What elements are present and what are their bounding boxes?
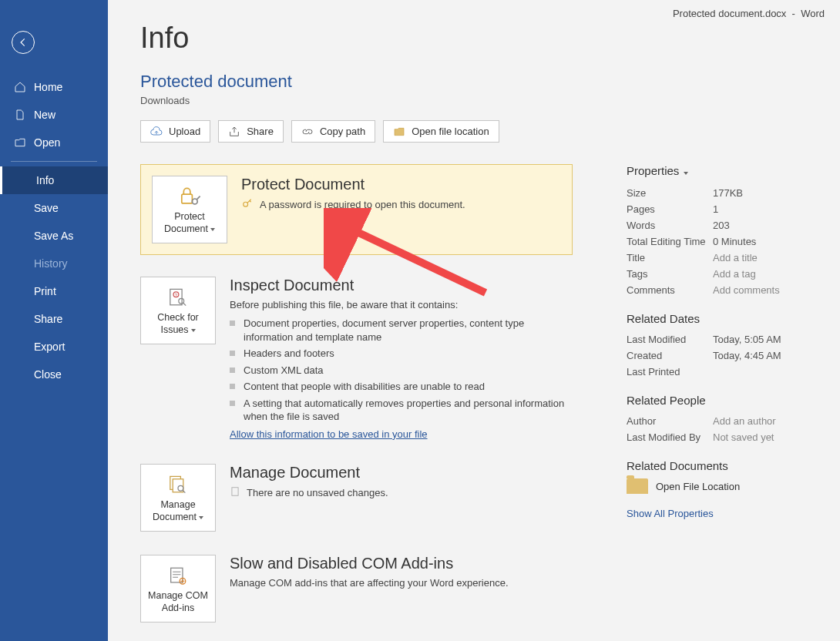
home-icon xyxy=(14,81,26,93)
manage-doc-icon xyxy=(165,473,191,495)
share-button[interactable]: Share xyxy=(218,120,284,143)
open-file-location-button[interactable]: Open file location xyxy=(383,120,499,143)
sidebar-item-label: Print xyxy=(34,285,56,297)
inspect-issues-list: Document properties, document server pro… xyxy=(230,317,573,424)
protect-document-button[interactable]: Protect Document xyxy=(152,176,227,243)
sidebar-item-saveas[interactable]: Save As xyxy=(0,222,108,250)
cloud-upload-icon xyxy=(150,126,163,137)
prop-key: Comments xyxy=(627,284,713,296)
folder-icon xyxy=(627,478,648,494)
upload-button[interactable]: Upload xyxy=(140,120,210,143)
document-path: Downloads xyxy=(140,95,808,106)
tile-label: Protect Document xyxy=(156,211,223,235)
prop-key: Title xyxy=(627,252,713,263)
prop-value: Not saved yet xyxy=(713,431,808,443)
button-label: Open file location xyxy=(412,126,489,137)
list-item: A setting that automatically removes pro… xyxy=(230,397,573,424)
prop-key: Total Editing Time xyxy=(627,236,713,247)
list-item: Content that people with disabilities ar… xyxy=(230,380,573,394)
properties-dropdown[interactable]: Properties xyxy=(627,164,808,177)
inspect-intro: Before publishing this file, be aware th… xyxy=(230,299,573,310)
protect-document-section: Protect Document Protect Document A pass… xyxy=(140,164,573,255)
share-icon xyxy=(228,126,240,137)
svg-rect-10 xyxy=(232,488,238,496)
manage-document-button[interactable]: Manage Document xyxy=(140,464,216,532)
sidebar-item-label: Export xyxy=(34,341,65,353)
sidebar-item-label: Save xyxy=(34,202,59,214)
manage-com-addins-button[interactable]: Manage COM Add-ins xyxy=(140,555,216,623)
folder-open-icon xyxy=(14,136,26,149)
prop-value-editable[interactable]: Add an author xyxy=(713,415,808,427)
prop-key: Author xyxy=(627,415,713,427)
prop-value: Today, 4:45 AM xyxy=(713,350,808,361)
inspect-document-section: ? Check for Issues Inspect Document Befo… xyxy=(140,277,573,441)
sidebar-item-info[interactable]: Info xyxy=(0,166,108,194)
sidebar-item-share[interactable]: Share xyxy=(0,305,108,333)
tile-label: Manage Document xyxy=(144,499,212,523)
arrow-left-icon xyxy=(18,37,29,48)
com-desc: Manage COM add-ins that are affecting yo… xyxy=(230,577,573,589)
sidebar-item-save[interactable]: Save xyxy=(0,194,108,222)
list-item: Document properties, document server pro… xyxy=(230,317,573,344)
section-heading: Manage Document xyxy=(230,464,573,482)
app-name: Word xyxy=(801,8,825,19)
button-label: Upload xyxy=(169,126,200,137)
folder-icon xyxy=(393,126,405,137)
sidebar-item-label: Save As xyxy=(34,230,73,242)
open-file-location-link[interactable]: Open File Location xyxy=(627,478,808,494)
prop-key: Tags xyxy=(627,268,713,280)
tile-label: Check for Issues xyxy=(144,312,212,336)
related-dates-heading: Related Dates xyxy=(627,312,808,325)
sidebar-item-label: New xyxy=(34,109,55,121)
back-button[interactable] xyxy=(12,31,35,54)
sidebar-item-label: Share xyxy=(34,313,62,325)
file-icon xyxy=(14,109,26,121)
allow-save-info-link[interactable]: Allow this information to be saved in yo… xyxy=(230,428,428,440)
document-title: Protected document xyxy=(140,72,808,92)
key-icon xyxy=(241,198,254,211)
prop-value-editable[interactable]: Add a tag xyxy=(713,268,808,280)
manage-document-section: Manage Document Manage Document There ar… xyxy=(140,464,573,532)
chevron-down-icon xyxy=(682,164,688,177)
button-label: Share xyxy=(247,126,274,137)
prop-key: Words xyxy=(627,220,713,231)
prop-value-editable[interactable]: Add comments xyxy=(713,284,808,296)
show-all-properties-link[interactable]: Show All Properties xyxy=(627,508,714,519)
prop-key: Last Modified xyxy=(627,334,713,345)
tile-label: Manage COM Add-ins xyxy=(144,590,212,614)
prop-value: 203 xyxy=(713,220,808,231)
prop-value: 177KB xyxy=(713,187,808,199)
page-title: Info xyxy=(140,22,808,55)
svg-point-1 xyxy=(192,199,197,204)
section-heading: Protect Document xyxy=(241,176,561,193)
document-filename: Protected document.docx xyxy=(673,8,786,19)
sidebar-item-label: Close xyxy=(34,368,62,381)
copy-path-button[interactable]: Copy path xyxy=(291,120,375,143)
sidebar-item-new[interactable]: New xyxy=(0,101,108,129)
sidebar-item-label: Open xyxy=(34,136,60,149)
addins-icon xyxy=(165,564,191,586)
sidebar-item-close[interactable]: Close xyxy=(0,361,108,388)
inspect-icon: ? xyxy=(165,286,191,307)
svg-point-6 xyxy=(179,298,184,304)
sidebar-item-label: History xyxy=(34,257,68,270)
check-for-issues-button[interactable]: ? Check for Issues xyxy=(140,277,216,344)
sidebar-item-open[interactable]: Open xyxy=(0,129,108,156)
lock-key-icon xyxy=(176,185,203,206)
titlebar: Protected document.docx - Word xyxy=(673,8,825,19)
svg-rect-0 xyxy=(182,194,193,203)
sidebar-item-print[interactable]: Print xyxy=(0,277,108,305)
related-people-heading: Related People xyxy=(627,394,808,407)
link-icon xyxy=(301,126,314,137)
button-label: Copy path xyxy=(320,126,365,137)
prop-key: Last Modified By xyxy=(627,431,713,443)
sidebar-item-home[interactable]: Home xyxy=(0,73,108,101)
sidebar-item-label: Home xyxy=(34,81,62,93)
section-heading: Slow and Disabled COM Add-ins xyxy=(230,555,573,572)
sidebar-item-export[interactable]: Export xyxy=(0,333,108,361)
prop-value-editable[interactable]: Add a title xyxy=(713,252,808,263)
document-icon xyxy=(230,486,240,499)
section-heading: Inspect Document xyxy=(230,277,573,294)
svg-rect-11 xyxy=(171,568,183,582)
manage-status-line: There are no unsaved changes. xyxy=(230,486,573,499)
